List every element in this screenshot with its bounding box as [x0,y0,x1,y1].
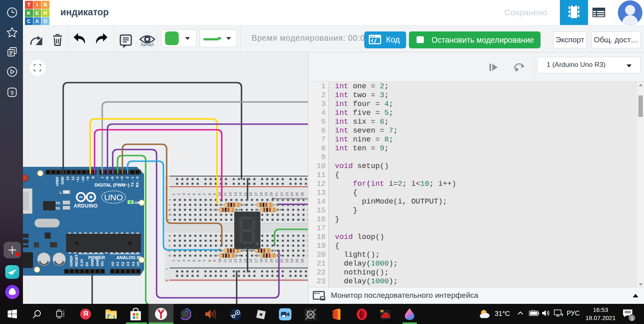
svg-text:TX: TX [55,201,60,205]
svg-text:13: 13 [233,259,237,263]
svg-text:23: 23 [285,259,289,263]
svg-text:26: 26 [300,192,304,196]
svg-text:10: 10 [218,259,222,263]
svg-text:h: h [167,209,171,211]
svg-text:5V: 5V [85,262,89,266]
svg-text:12: 12 [228,192,232,196]
svg-text:4: 4 [187,260,191,262]
svg-text:9: 9 [213,260,217,262]
svg-text:d: d [167,240,171,242]
svg-text:~6: ~6 [105,177,109,181]
svg-text:ANALOG IN: ANALOG IN [116,255,141,260]
svg-text:5: 5 [192,260,196,262]
svg-text:Vin: Vin [100,261,104,266]
svg-text:19: 19 [264,192,268,196]
svg-text:4: 4 [115,177,119,179]
svg-text:A0: A0 [111,262,115,266]
svg-text:IOREF: IOREF [69,255,73,266]
svg-text:24: 24 [290,192,294,196]
svg-text:2: 2 [125,177,129,179]
svg-text:~9: ~9 [86,177,90,181]
svg-text:17: 17 [254,192,258,196]
svg-text:~10: ~10 [81,177,85,183]
svg-text:11: 11 [223,192,227,196]
svg-text:18: 18 [259,259,263,263]
svg-text:19: 19 [264,259,268,263]
svg-text:e: e [167,235,171,237]
svg-text:3: 3 [182,260,186,262]
svg-text:6: 6 [197,193,201,195]
svg-text:17: 17 [254,259,258,263]
svg-text:16: 16 [249,192,253,196]
svg-text:DIGITAL (PWM~): DIGITAL (PWM~) [95,183,130,187]
svg-text:1: 1 [171,193,175,195]
svg-text:12: 12 [71,177,75,181]
svg-text:22: 22 [280,192,284,196]
svg-text:j: j [167,199,171,201]
svg-text:TX→1: TX→1 [130,177,134,187]
svg-text:3: 3 [182,193,186,195]
svg-text:7: 7 [101,177,105,179]
svg-text:20: 20 [269,259,273,263]
svg-text:11: 11 [223,259,227,262]
svg-text:UNO: UNO [104,193,123,202]
svg-text:13: 13 [233,192,237,196]
svg-text:8: 8 [208,260,212,262]
svg-text:23: 23 [285,192,289,196]
svg-text:i: i [167,204,171,205]
svg-text:4: 4 [187,193,191,195]
svg-text:13: 13 [66,177,70,181]
svg-text:18: 18 [259,192,263,196]
svg-text:SPK16.000G: SPK16.000G [38,222,56,225]
svg-text:14: 14 [238,192,242,196]
svg-text:+: + [165,278,168,283]
svg-text:POWER: POWER [88,255,105,260]
svg-text:A5: A5 [136,262,140,266]
svg-text:20: 20 [269,192,273,196]
svg-text:A2: A2 [121,262,125,266]
svg-text:AREF: AREF [55,176,59,186]
svg-text:A3: A3 [126,262,130,266]
svg-text:26: 26 [300,259,304,263]
svg-text:25: 25 [295,192,299,196]
svg-text:1: 1 [171,260,175,262]
svg-text:9: 9 [213,193,217,195]
svg-text:16: 16 [249,259,253,263]
svg-text:21: 21 [275,192,279,196]
svg-text:12: 12 [228,259,232,263]
svg-text:5: 5 [192,193,196,195]
svg-text:24: 24 [290,259,294,263]
svg-text:–: – [165,266,168,271]
svg-text:2: 2 [177,260,181,262]
svg-text:3.3V: 3.3V [80,259,84,266]
svg-text:22: 22 [280,259,284,263]
svg-text:8: 8 [208,193,212,195]
svg-text:ON: ON [134,201,140,205]
svg-text:9: 9 [10,89,14,96]
svg-text:21: 21 [275,259,279,263]
svg-text:14: 14 [238,259,242,263]
svg-text:c: c [167,245,171,247]
svg-text:~5: ~5 [110,177,114,181]
svg-text:RX: RX [55,206,60,210]
svg-text:7: 7 [202,260,206,262]
svg-text:RESET: RESET [74,254,78,266]
svg-text:A4: A4 [131,262,135,266]
svg-text:25: 25 [295,259,299,263]
svg-text:8: 8 [91,177,95,179]
svg-text:L: L [60,191,62,195]
svg-text:~11: ~11 [76,177,80,183]
svg-text:GND: GND [60,177,64,185]
svg-text:RX←0: RX←0 [135,177,139,187]
svg-text:7: 7 [202,193,206,195]
svg-text:2: 2 [177,193,181,195]
svg-text:6: 6 [197,260,201,262]
svg-text:~3: ~3 [120,177,124,181]
svg-text:ARDUINO: ARDUINO [74,203,98,209]
svg-text:A1: A1 [116,262,120,266]
svg-text:g: g [167,214,171,216]
svg-text:a: a [167,255,171,257]
